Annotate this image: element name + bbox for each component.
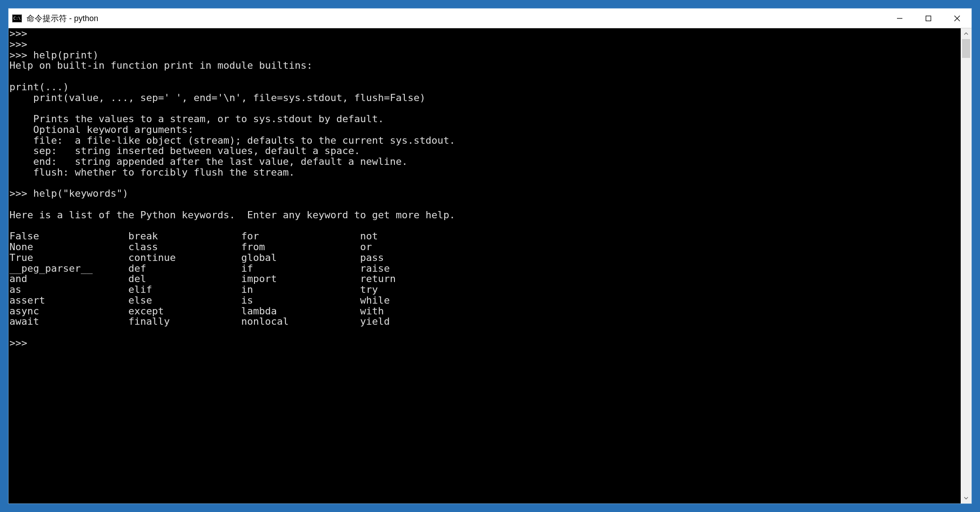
keyword: is: [241, 295, 360, 306]
keyword: while: [360, 295, 961, 306]
chevron-up-icon: [964, 31, 968, 36]
keyword: as: [9, 284, 128, 295]
window-title: 命令提示符 - python: [26, 13, 885, 24]
keyword: async: [9, 306, 128, 317]
close-button[interactable]: [943, 9, 971, 28]
keyword: or: [360, 242, 961, 252]
output-line: file: a file-like object (stream); defau…: [9, 135, 455, 146]
keyword: global: [241, 252, 360, 263]
keyword: pass: [360, 252, 961, 263]
keyword-row: Truecontinueglobalpass: [9, 252, 961, 263]
titlebar[interactable]: C:\ 命令提示符 - python: [9, 9, 971, 28]
prompt: >>>: [9, 188, 27, 199]
input-line: help("keywords"): [33, 188, 128, 199]
keyword: in: [241, 284, 360, 295]
output-line: print(...): [9, 81, 69, 93]
keyword: False: [9, 231, 128, 242]
maximize-icon: [925, 15, 932, 22]
scroll-up-button[interactable]: [961, 28, 971, 39]
window-controls: [885, 9, 971, 28]
minimize-icon: [897, 15, 903, 22]
output-line: print(value, ..., sep=' ', end='\n', fil…: [9, 92, 425, 103]
keyword: lambda: [241, 306, 360, 317]
keyword: del: [128, 274, 241, 284]
terminal-output[interactable]: >>> >>> >>> help(print) Help on built-in…: [9, 28, 961, 503]
vertical-scrollbar[interactable]: [961, 28, 971, 503]
keyword-row: Noneclassfromor: [9, 242, 961, 252]
prompt: >>>: [9, 28, 27, 39]
maximize-button[interactable]: [914, 9, 943, 28]
cmd-icon: C:\: [12, 14, 22, 22]
scrollbar-thumb[interactable]: [962, 39, 970, 58]
keyword: not: [360, 231, 961, 242]
keyword: break: [128, 231, 241, 242]
keyword: with: [360, 306, 961, 317]
prompt: >>>: [9, 39, 27, 50]
keyword: import: [241, 274, 360, 284]
keyword-row: __peg_parser__defifraise: [9, 263, 961, 274]
keyword-row: awaitfinallynonlocalyield: [9, 316, 961, 327]
keyword: def: [128, 263, 241, 274]
keyword: else: [128, 295, 241, 306]
prompt: >>>: [9, 337, 27, 349]
output-line: Here is a list of the Python keywords. E…: [9, 209, 455, 221]
prompt: >>>: [9, 49, 27, 61]
keyword: nonlocal: [241, 316, 360, 327]
output-line: Help on built-in function print in modul…: [9, 60, 313, 71]
keyword: class: [128, 242, 241, 252]
output-line: Prints the values to a stream, or to sys…: [9, 113, 384, 124]
command-prompt-window: C:\ 命令提示符 - python >>> >>> >>> help(prin…: [8, 8, 972, 504]
keyword: return: [360, 274, 961, 284]
keyword: if: [241, 263, 360, 274]
keyword-row: anddelimportreturn: [9, 274, 961, 284]
output-line: flush: whether to forcibly flush the str…: [9, 167, 295, 178]
keyword: assert: [9, 295, 128, 306]
chevron-down-icon: [964, 496, 968, 500]
keyword-row: asyncexceptlambdawith: [9, 306, 961, 317]
keyword: continue: [128, 252, 241, 263]
keyword: __peg_parser__: [9, 263, 128, 274]
keyword: True: [9, 252, 128, 263]
keyword: for: [241, 231, 360, 242]
keyword: finally: [128, 316, 241, 327]
keyword: try: [360, 284, 961, 295]
keyword-row: Falsebreakfornot: [9, 231, 961, 242]
keyword: and: [9, 274, 128, 284]
input-line: help(print): [33, 49, 99, 61]
keyword: elif: [128, 284, 241, 295]
keyword: None: [9, 242, 128, 252]
keyword-row: assertelseiswhile: [9, 295, 961, 306]
output-line: end: string appended after the last valu…: [9, 156, 407, 167]
console-area: >>> >>> >>> help(print) Help on built-in…: [9, 28, 971, 503]
keyword-row: aselifintry: [9, 284, 961, 295]
scroll-down-button[interactable]: [961, 493, 971, 503]
minimize-button[interactable]: [885, 9, 914, 28]
keyword: yield: [360, 316, 961, 327]
close-icon: [954, 15, 960, 22]
keyword: await: [9, 316, 128, 327]
keyword: raise: [360, 263, 961, 274]
output-line: sep: string inserted between values, def…: [9, 145, 360, 156]
svg-rect-1: [926, 16, 931, 21]
keyword: except: [128, 306, 241, 317]
keyword: from: [241, 242, 360, 252]
output-line: Optional keyword arguments:: [9, 124, 194, 135]
